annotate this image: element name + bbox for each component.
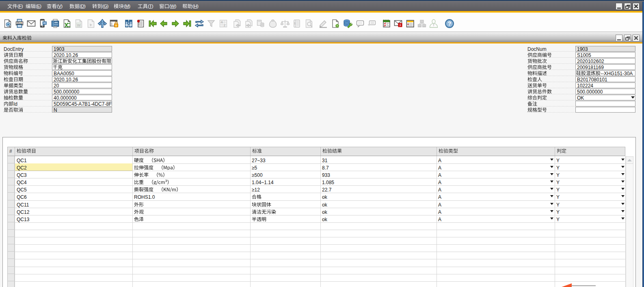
svg-text:W: W (77, 23, 81, 27)
svg-text:T: T (115, 24, 117, 27)
svg-text:?: ? (448, 20, 452, 27)
svg-text:$: $ (294, 22, 296, 25)
svg-text:Z: Z (224, 24, 226, 27)
svg-text:A: A (221, 20, 223, 24)
